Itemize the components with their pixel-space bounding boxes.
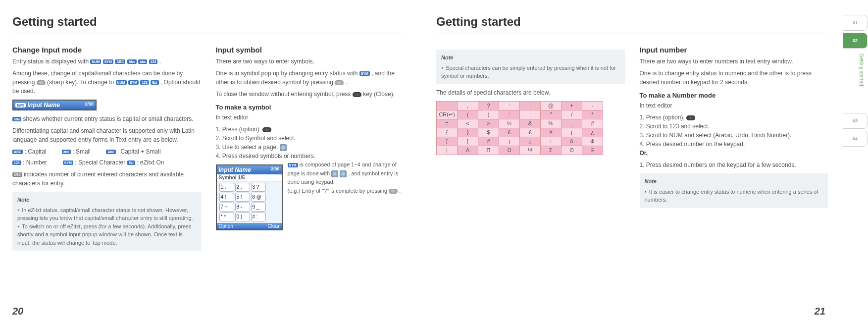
char-cell: ) <box>478 110 499 119</box>
step: 2. Scroll to 123 and select. <box>640 122 828 131</box>
note-item: Special characters can be simply entered… <box>441 64 620 80</box>
t: . <box>346 79 347 86</box>
char-cell: ] <box>458 137 478 146</box>
char-cell: £ <box>499 128 520 137</box>
lcd-cell: 2 , <box>235 183 250 192</box>
badge-icon: 123 <box>140 80 149 85</box>
char-cell: CR(↵) <box>437 110 458 119</box>
h2-input-symbol: Input symbol <box>216 46 405 54</box>
lcd-subtitle: Symbol 1/5 <box>217 174 282 181</box>
t: key (Close). <box>363 91 395 98</box>
lcd-cell: 9 _ <box>251 203 266 212</box>
badge-icon: SYM <box>63 161 73 165</box>
h2-input-number: Input number <box>640 46 828 54</box>
tab-03[interactable]: 03 <box>843 113 868 129</box>
char-cell: > <box>478 119 499 128</box>
lcd-cell: # : <box>251 213 266 221</box>
char-cell: [ <box>437 137 458 146</box>
lcd-body: 1 .2 ,3 ? 4 !5 !6 @ 7 +8 -9 _ * *0 )# : <box>217 181 282 223</box>
tab-02[interactable]: 02 <box>843 33 868 49</box>
lcd-cell: 1 . <box>219 183 234 192</box>
note-label: Note <box>441 54 620 62</box>
char-cell: { <box>437 128 458 137</box>
char-cell: # <box>478 137 499 146</box>
lcd-cell: 3 ? <box>251 183 266 192</box>
t: 3. Use to select a page. <box>216 144 278 151</box>
t: Entry status is displayed with <box>12 58 90 65</box>
char-cell: ¿ <box>582 128 603 137</box>
char-cell: ( <box>458 110 478 119</box>
steps-list: 1. Press (option). 2. Scroll to 123 and … <box>640 113 828 149</box>
char-cell: ¡ <box>562 128 582 137</box>
badge-icon: Abc <box>106 150 115 154</box>
char-cell: + <box>562 101 582 110</box>
text: Entry status is displayed with NUM SYM A… <box>12 57 201 66</box>
t: To close the window without entering sym… <box>216 91 353 98</box>
note-box: Note Special characters can be simply en… <box>436 50 625 84</box>
t: : Special Character <box>73 159 125 166</box>
char-cell: # <box>582 119 603 128</box>
char-cell: Φ <box>582 137 603 146</box>
char-cell: ¿ <box>520 137 541 146</box>
lcd-cell: 8 - <box>235 203 250 212</box>
char-cell: & <box>520 119 541 128</box>
text: 2/30 indicates number of current entered… <box>12 170 201 188</box>
page-number-20: 20 <box>12 306 23 317</box>
char-cell: " <box>541 110 562 119</box>
char-cell: = <box>437 119 458 128</box>
legend-row-1: ABC : Capital abc : Small Abc : Capital … <box>12 148 201 155</box>
note-box: Note It is easier to change entry status… <box>640 173 828 208</box>
step: 4. Press desired number on the keypad. <box>640 140 828 149</box>
t: (e.g.) Entry of "?" is complete by press… <box>288 188 389 194</box>
page-title-right: Getting started <box>436 15 828 33</box>
nav-key-icon <box>280 144 287 151</box>
legend-row-2: 123 : Number SYM : Special Character Ezi… <box>12 159 201 166</box>
char-cell: Θ <box>562 146 582 155</box>
lcd-cell: 7 + <box>219 203 234 212</box>
tab-01[interactable]: 01 <box>843 15 868 31</box>
text: Among these, change of capital/small cha… <box>12 69 201 96</box>
lcd-title: ENG Input Name 2/30 <box>13 101 96 109</box>
badge-sym-icon: SYM <box>359 71 370 76</box>
char-cell: ; <box>520 110 541 119</box>
t: indicates number of current entered char… <box>12 171 184 187</box>
close-key-icon <box>353 92 361 97</box>
badge-num-icon: NUM <box>90 59 101 64</box>
step: 3. Use to select a page. <box>216 143 405 152</box>
char-cell: * <box>582 110 603 119</box>
h3-make-symbol: To make a symbol <box>216 104 405 111</box>
char-cell: ↑ <box>541 137 562 146</box>
h3-number-mode: To make a Number mode <box>640 92 828 99</box>
note-item: To switch on or off eZitxt, press (for a… <box>17 222 196 247</box>
option-key-icon <box>262 127 271 132</box>
page-21: Getting started Note Special characters … <box>424 0 838 322</box>
char-cell: < <box>458 119 478 128</box>
or-label: Or, <box>640 149 828 158</box>
char-cell: @ <box>541 101 562 110</box>
char-cell: | <box>437 146 458 155</box>
char-cell: ¡ <box>499 137 520 146</box>
t: One is in symbol pop up by changing entr… <box>216 70 359 77</box>
badge-icon: Ezi <box>127 161 135 165</box>
lcd-eng-icon: ENG <box>15 103 26 107</box>
char-cell: _ <box>562 119 582 128</box>
char-cell: ½ <box>499 119 520 128</box>
text: The details of special characters are be… <box>436 88 625 97</box>
lcd-foot-left: Option <box>219 223 233 229</box>
text: abc shows whether current entry status i… <box>12 114 201 123</box>
text: In text editor <box>640 101 828 110</box>
step: 1. Press desired numbers on the keypad f… <box>640 161 828 169</box>
steps-list: 1. Press (option). 2. Scroll to Symbol a… <box>216 125 405 161</box>
t: . <box>399 188 401 194</box>
char-cell: , <box>458 101 478 110</box>
char-cell: Ω <box>499 146 520 155</box>
char-cell: } <box>458 128 478 137</box>
note-item: It is easier to change entry status to n… <box>645 188 823 204</box>
char-cell: Σ <box>541 146 562 155</box>
lcd-cell: 4 ! <box>219 193 234 202</box>
note-label: Note <box>645 177 823 186</box>
tab-04[interactable]: 04 <box>843 131 868 147</box>
char-cell: € <box>520 128 541 137</box>
h2-change-input: Change Input mode <box>12 46 201 54</box>
nav-right-icon <box>340 170 347 177</box>
